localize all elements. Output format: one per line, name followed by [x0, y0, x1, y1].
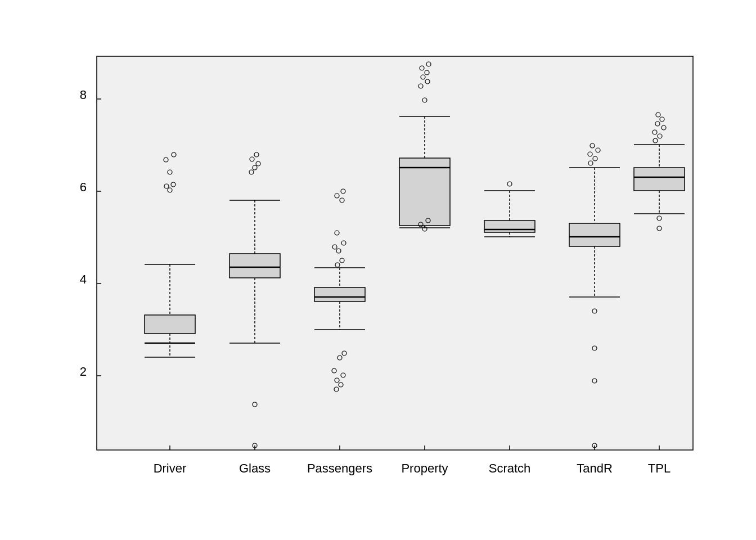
y-label-2: 2	[80, 364, 87, 379]
x-label-tandr: TandR	[577, 461, 613, 475]
tandr-box	[569, 223, 620, 246]
x-label-scratch: Scratch	[489, 461, 531, 475]
x-label-tpl: TPL	[648, 461, 670, 475]
x-label-driver: Driver	[154, 461, 187, 475]
chart-container: 2 4 6 8 Driver Glass Passengers Property…	[40, 39, 716, 501]
driver-box	[145, 315, 195, 334]
y-label-4: 4	[80, 272, 87, 286]
x-label-property: Property	[401, 461, 448, 475]
x-label-glass: Glass	[239, 461, 271, 475]
tpl-box	[634, 168, 685, 191]
y-label-6: 6	[80, 180, 87, 194]
passengers-box	[314, 287, 365, 302]
scratch-box	[484, 220, 535, 232]
y-label-8: 8	[80, 88, 87, 102]
x-label-passengers: Passengers	[307, 461, 372, 475]
glass-box	[230, 254, 280, 278]
chart-background	[97, 56, 693, 450]
